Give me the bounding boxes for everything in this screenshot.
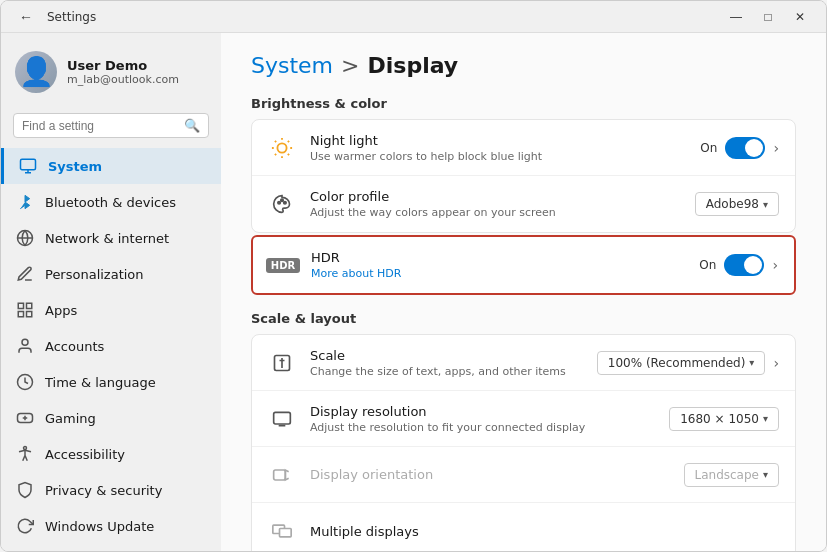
search-input[interactable]	[22, 119, 178, 133]
svg-line-14	[288, 153, 289, 154]
sidebar: 👤 User Demo m_lab@outlook.com 🔍 System	[1, 33, 221, 551]
orientation-title: Display orientation	[310, 467, 670, 482]
sidebar-item-label-accessibility: Accessibility	[45, 447, 125, 462]
color-profile-dropdown[interactable]: Adobe98 ▾	[695, 192, 779, 216]
svg-point-9	[24, 447, 27, 450]
sidebar-item-label-network: Network & internet	[45, 231, 169, 246]
privacy-icon	[15, 480, 35, 500]
multiple-displays-row[interactable]: Multiple displays	[252, 503, 795, 551]
search-box[interactable]: 🔍	[13, 113, 209, 138]
scale-row[interactable]: Scale Change the size of text, apps, and…	[252, 335, 795, 391]
close-button[interactable]: ✕	[786, 3, 814, 31]
svg-rect-2	[18, 303, 23, 308]
sidebar-item-network[interactable]: Network & internet	[1, 220, 221, 256]
hdr-row[interactable]: HDR HDR More about HDR On ›	[253, 237, 794, 293]
orientation-row[interactable]: Display orientation Landscape ▾	[252, 447, 795, 503]
minimize-button[interactable]: —	[722, 3, 750, 31]
resolution-dropdown[interactable]: 1680 × 1050 ▾	[669, 407, 779, 431]
sidebar-item-label-update: Windows Update	[45, 519, 154, 534]
scale-chevron[interactable]: ›	[773, 355, 779, 371]
night-light-toggle[interactable]	[725, 137, 765, 159]
window-title: Settings	[47, 10, 96, 24]
hdr-more-link[interactable]: More about HDR	[311, 267, 401, 280]
user-email: m_lab@outlook.com	[67, 73, 179, 86]
sidebar-item-apps[interactable]: Apps	[1, 292, 221, 328]
network-icon	[15, 228, 35, 248]
avatar: 👤	[15, 51, 57, 93]
sidebar-item-label-apps: Apps	[45, 303, 77, 318]
night-light-toggle-label: On	[700, 141, 717, 155]
sidebar-item-bluetooth[interactable]: Bluetooth & devices	[1, 184, 221, 220]
orientation-dropdown-arrow: ▾	[763, 469, 768, 480]
svg-rect-26	[280, 529, 292, 537]
svg-rect-0	[21, 159, 36, 170]
svg-line-17	[275, 153, 276, 154]
resolution-row[interactable]: Display resolution Adjust the resolution…	[252, 391, 795, 447]
sidebar-item-accounts[interactable]: Accounts	[1, 328, 221, 364]
breadcrumb-current: Display	[367, 53, 458, 78]
sidebar-item-label-accounts: Accounts	[45, 339, 104, 354]
svg-line-13	[275, 140, 276, 141]
title-bar-left: ← Settings	[13, 7, 96, 27]
accounts-icon	[15, 336, 35, 356]
sidebar-item-label-privacy: Privacy & security	[45, 483, 162, 498]
user-profile[interactable]: 👤 User Demo m_lab@outlook.com	[1, 41, 221, 103]
system-icon	[18, 156, 38, 176]
scale-section-header: Scale & layout	[251, 311, 796, 326]
resolution-title: Display resolution	[310, 404, 655, 419]
hdr-toggle[interactable]	[724, 254, 764, 276]
hdr-title: HDR	[311, 250, 685, 265]
breadcrumb-parent[interactable]: System	[251, 53, 333, 78]
personalization-icon	[15, 264, 35, 284]
color-profile-icon	[268, 190, 296, 218]
sidebar-item-personalization[interactable]: Personalization	[1, 256, 221, 292]
sidebar-item-label-bluetooth: Bluetooth & devices	[45, 195, 176, 210]
color-profile-dropdown-arrow: ▾	[763, 199, 768, 210]
resolution-icon	[268, 405, 296, 433]
sidebar-item-label-gaming: Gaming	[45, 411, 96, 426]
sidebar-item-label-time: Time & language	[45, 375, 156, 390]
svg-rect-3	[27, 303, 32, 308]
color-profile-row[interactable]: Color profile Adjust the way colors appe…	[252, 176, 795, 232]
multiple-displays-icon	[268, 517, 296, 545]
maximize-button[interactable]: □	[754, 3, 782, 31]
sidebar-item-label-system: System	[48, 159, 102, 174]
svg-point-10	[277, 143, 286, 152]
color-profile-title: Color profile	[310, 189, 681, 204]
apps-icon	[15, 300, 35, 320]
brightness-settings-group: Night light Use warmer colors to help bl…	[251, 119, 796, 233]
orientation-icon	[268, 461, 296, 489]
sidebar-item-system[interactable]: System	[1, 148, 221, 184]
content-area: 👤 User Demo m_lab@outlook.com 🔍 System	[1, 33, 826, 551]
sidebar-item-gaming[interactable]: Gaming	[1, 400, 221, 436]
color-profile-value: Adobe98	[706, 197, 759, 211]
time-icon	[15, 372, 35, 392]
svg-rect-5	[27, 312, 32, 317]
sidebar-item-update[interactable]: Windows Update	[1, 508, 221, 544]
svg-point-21	[284, 202, 287, 205]
breadcrumb: System > Display	[251, 53, 796, 78]
sidebar-item-accessibility[interactable]: Accessibility	[1, 436, 221, 472]
hdr-badge-icon: HDR	[269, 251, 297, 279]
night-light-chevron[interactable]: ›	[773, 140, 779, 156]
svg-rect-23	[274, 412, 291, 424]
color-profile-desc: Adjust the way colors appear on your scr…	[310, 206, 681, 219]
night-light-row[interactable]: Night light Use warmer colors to help bl…	[252, 120, 795, 176]
brightness-section-header: Brightness & color	[251, 96, 796, 111]
title-bar: ← Settings — □ ✕	[1, 1, 826, 33]
user-name: User Demo	[67, 58, 179, 73]
settings-window: ← Settings — □ ✕ 👤 User Demo m_lab@outlo…	[0, 0, 827, 552]
orientation-dropdown[interactable]: Landscape ▾	[684, 463, 780, 487]
resolution-dropdown-arrow: ▾	[763, 413, 768, 424]
night-light-title: Night light	[310, 133, 686, 148]
scale-dropdown[interactable]: 100% (Recommended) ▾	[597, 351, 766, 375]
main-content: System > Display Brightness & color Nigh…	[221, 33, 826, 551]
update-icon	[15, 516, 35, 536]
sidebar-item-time[interactable]: Time & language	[1, 364, 221, 400]
night-light-icon	[268, 134, 296, 162]
sidebar-item-privacy[interactable]: Privacy & security	[1, 472, 221, 508]
scale-value: 100% (Recommended)	[608, 356, 746, 370]
back-button[interactable]: ←	[13, 7, 39, 27]
hdr-chevron[interactable]: ›	[772, 257, 778, 273]
svg-rect-4	[18, 312, 23, 317]
